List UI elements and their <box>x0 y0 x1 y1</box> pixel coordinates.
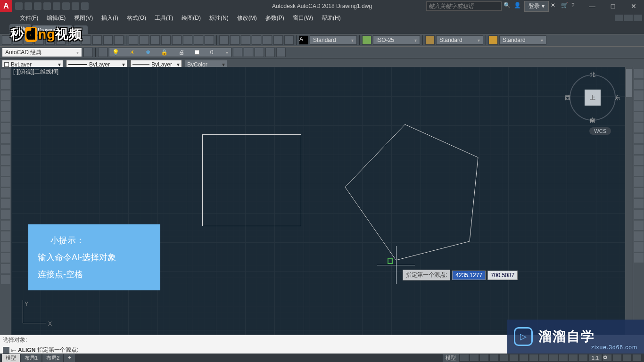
dim-style-icon[interactable] <box>362 35 372 45</box>
copy-icon[interactable] <box>634 80 644 89</box>
menu-dimension[interactable]: 标注(N) <box>206 13 232 24</box>
tb-btn[interactable] <box>273 35 283 45</box>
rectangle-object[interactable] <box>202 134 301 226</box>
doc-restore-icon[interactable] <box>624 15 633 21</box>
help-icon[interactable]: ? <box>571 2 580 10</box>
viewcube-east[interactable]: 东 <box>615 94 620 102</box>
arc-icon[interactable] <box>1 101 10 111</box>
workspace-dropdown[interactable]: AutoCAD 经典 <box>2 48 82 57</box>
doc-close-icon[interactable] <box>634 15 642 21</box>
pentagon-object[interactable] <box>341 123 483 265</box>
app-logo[interactable]: A <box>0 0 12 12</box>
status-grid-icon[interactable] <box>460 354 469 361</box>
spline-icon[interactable] <box>1 145 10 154</box>
fillet-icon[interactable] <box>634 221 644 230</box>
status-dyn-icon[interactable] <box>529 354 538 361</box>
tb-btn[interactable] <box>205 35 214 45</box>
point-icon[interactable] <box>1 156 10 165</box>
layer-dropdown[interactable]: 💡☀❄🔒🖨 0 <box>109 48 231 57</box>
menu-file[interactable]: 文件(F) <box>16 13 42 24</box>
search-icon[interactable]: 🔍 <box>504 2 512 10</box>
extend-icon[interactable] <box>634 177 644 187</box>
status-clean-icon[interactable] <box>633 354 641 361</box>
mleader-style-dropdown[interactable]: Standard <box>499 35 546 45</box>
layer-tool-icon[interactable] <box>233 48 242 57</box>
tb-btn[interactable] <box>194 35 203 45</box>
qat-saveas-icon[interactable] <box>43 2 51 10</box>
offset-icon[interactable] <box>634 101 644 111</box>
viewcube-west[interactable]: 西 <box>565 94 570 102</box>
status-hardware-icon[interactable] <box>623 354 631 361</box>
join-icon[interactable] <box>634 199 644 208</box>
move-icon[interactable] <box>634 123 644 132</box>
menu-format[interactable]: 格式(O) <box>123 13 150 24</box>
ellipse-icon[interactable] <box>1 123 10 132</box>
tab-layout2[interactable]: 布局2 <box>42 354 63 362</box>
status-sc-icon[interactable] <box>569 354 578 361</box>
viewcube-top-face[interactable]: 上 <box>585 90 601 106</box>
tb-btn[interactable] <box>183 35 192 45</box>
tb-btn[interactable] <box>172 35 182 45</box>
mirror-icon[interactable] <box>634 90 644 100</box>
tb-btn[interactable] <box>2 35 11 45</box>
tb-btn[interactable] <box>140 35 149 45</box>
insert-icon[interactable] <box>1 210 10 219</box>
menu-draw[interactable]: 绘图(D) <box>178 13 205 24</box>
qat-undo-icon[interactable] <box>62 2 70 10</box>
mtext-icon[interactable] <box>1 188 10 197</box>
status-ortho-icon[interactable] <box>480 354 488 361</box>
revision-icon[interactable] <box>1 253 10 263</box>
layer-tool-icon[interactable] <box>244 48 253 57</box>
table-style-icon[interactable] <box>425 35 435 45</box>
tb-btn[interactable] <box>252 35 261 45</box>
status-am-icon[interactable] <box>579 354 587 361</box>
wipeout-icon[interactable] <box>1 242 10 252</box>
status-isolate-icon[interactable] <box>613 354 621 361</box>
viewcube-south[interactable]: 南 <box>590 116 595 124</box>
status-3dosnap-icon[interactable] <box>510 354 518 361</box>
viewport-label[interactable]: [-][俯视][二维线框] <box>13 68 58 76</box>
status-otrack-icon[interactable] <box>520 354 528 361</box>
text-style-icon[interactable]: A <box>299 35 308 45</box>
menu-insert[interactable]: 插入(I) <box>98 13 122 24</box>
status-model-button[interactable]: 模型 <box>443 354 459 362</box>
menu-help[interactable]: 帮助(H) <box>318 13 345 24</box>
scale-icon[interactable] <box>634 145 644 154</box>
status-scale[interactable]: 1:1 <box>589 354 602 361</box>
layer-tool-icon[interactable] <box>255 48 264 57</box>
status-qp-icon[interactable] <box>559 354 568 361</box>
minimize-button[interactable]: — <box>582 0 603 12</box>
menu-parametric[interactable]: 参数(P) <box>262 13 288 24</box>
dim-style-dropdown[interactable]: ISO-25 <box>373 35 420 45</box>
qat-save-icon[interactable] <box>34 2 41 10</box>
chamfer-icon[interactable] <box>634 210 644 219</box>
more-icon[interactable] <box>1 275 10 284</box>
tb-btn[interactable] <box>114 35 124 45</box>
tb-btn[interactable] <box>129 35 138 45</box>
text-style-dropdown[interactable]: Standard <box>310 35 357 45</box>
table-style-dropdown[interactable]: Standard <box>436 35 483 45</box>
tb-btn[interactable] <box>82 35 91 45</box>
status-polar-icon[interactable] <box>490 354 498 361</box>
viewcube-north[interactable]: 北 <box>590 71 595 79</box>
tb-btn[interactable] <box>150 35 160 45</box>
qat-plot-icon[interactable] <box>53 2 60 10</box>
hatch-icon[interactable] <box>1 134 10 143</box>
maximize-button[interactable]: □ <box>603 0 623 12</box>
viewcube[interactable]: 上 北 南 西 东 <box>567 72 619 123</box>
status-snap-icon[interactable] <box>470 354 479 361</box>
table-icon[interactable] <box>1 177 10 187</box>
dyn-x-input[interactable]: 4235.1277 <box>452 271 486 280</box>
circle-icon[interactable] <box>1 90 10 100</box>
layer-btn[interactable] <box>98 48 107 57</box>
erase-icon[interactable] <box>634 69 644 78</box>
scrollbar-vertical[interactable] <box>625 67 633 335</box>
menu-tools[interactable]: 工具(T) <box>151 13 177 24</box>
tb-btn[interactable] <box>241 35 250 45</box>
wcs-badge[interactable]: WCS <box>589 127 611 135</box>
explode-icon[interactable] <box>634 231 644 241</box>
tb-btn[interactable] <box>263 35 272 45</box>
autodesk-account-icon[interactable]: 👤 <box>514 2 522 10</box>
command-icon[interactable] <box>3 347 9 354</box>
array-icon[interactable] <box>634 112 644 122</box>
